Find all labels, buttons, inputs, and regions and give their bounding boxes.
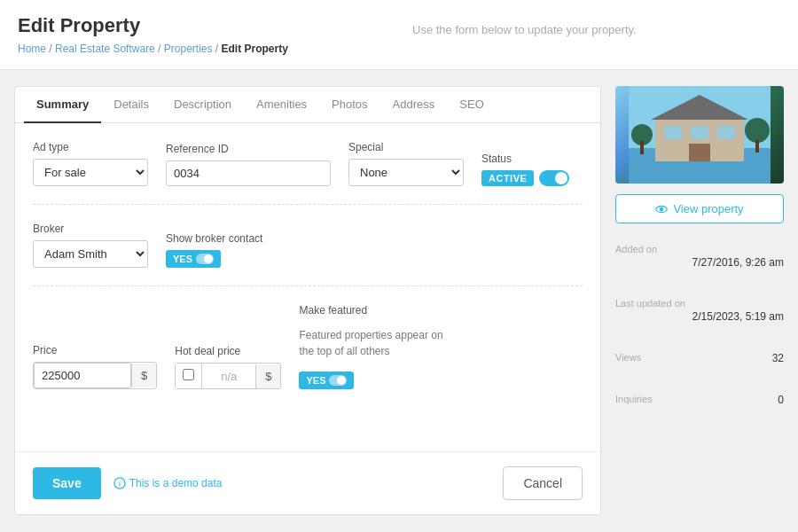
hot-deal-checkbox[interactable] <box>183 369 194 380</box>
form-row-1: Ad type For sale For rent Wanted Referen… <box>33 141 583 205</box>
make-featured-yes-btn[interactable]: YES <box>299 372 354 389</box>
tab-amenities[interactable]: Amenities <box>244 87 319 123</box>
views-value: 32 <box>772 352 784 364</box>
tab-description[interactable]: Description <box>161 87 244 123</box>
cancel-button[interactable]: Cancel <box>503 466 583 500</box>
form-row-2: Broker Adam Smith Jane Doe John Brown Sh… <box>33 223 583 286</box>
special-group: Special None Hot deal Featured <box>348 141 464 186</box>
property-image <box>615 86 784 184</box>
price-label: Price <box>33 344 157 356</box>
last-updated-value: 2/15/2023, 5:19 am <box>615 310 784 323</box>
save-button[interactable]: Save <box>33 467 101 499</box>
ad-type-group: Ad type For sale For rent Wanted <box>33 141 148 186</box>
page-title: Edit Property <box>18 14 386 37</box>
show-broker-contact-label: Show broker contact <box>166 232 262 245</box>
views-label: Views <box>615 352 641 363</box>
hot-deal-currency: $ <box>255 364 280 388</box>
last-updated-label: Last updated on <box>615 298 784 309</box>
view-property-button[interactable]: View property <box>615 194 784 223</box>
breadcrumb-current: Edit Property <box>222 43 288 55</box>
status-label: Status <box>481 153 569 165</box>
form-body: Ad type For sale For rent Wanted Referen… <box>15 123 600 442</box>
svg-rect-7 <box>691 126 708 139</box>
view-property-label: View property <box>673 202 743 215</box>
reference-id-input[interactable] <box>166 160 331 186</box>
make-featured-group: Make featured Featured properties appear… <box>299 304 450 389</box>
show-broker-contact-group: Show broker contact YES <box>166 232 262 268</box>
make-featured-label: Make featured <box>299 304 450 317</box>
status-switch[interactable] <box>539 170 569 186</box>
svg-rect-12 <box>640 141 644 154</box>
svg-text:i: i <box>119 480 121 489</box>
ad-type-label: Ad type <box>33 141 148 153</box>
make-featured-desc: Featured properties appear on the top of… <box>299 327 450 359</box>
make-featured-toggle: YES <box>299 372 450 389</box>
reference-id-group: Reference ID <box>166 143 331 186</box>
last-updated-block: Last updated on 2/15/2023, 5:19 am <box>615 288 784 323</box>
header-left: Edit Property Home / Real Estate Softwar… <box>18 14 386 55</box>
form-footer: Save i This is a demo data Cancel <box>15 451 600 514</box>
added-on-value: 7/27/2016, 9:26 am <box>615 256 784 269</box>
status-toggle: ACTIVE <box>481 170 569 186</box>
svg-rect-9 <box>689 144 710 161</box>
price-input-wrap: $ <box>33 362 157 389</box>
demo-note: i This is a demo data <box>113 477 223 489</box>
form-row-3: Price $ Hot deal price n/a $ <box>33 304 583 407</box>
tab-summary[interactable]: Summary <box>24 87 101 123</box>
ad-type-select[interactable]: For sale For rent Wanted <box>33 159 148 186</box>
svg-point-11 <box>745 118 770 143</box>
price-group: Price $ <box>33 344 157 389</box>
special-select[interactable]: None Hot deal Featured <box>348 159 464 186</box>
hot-deal-na: n/a <box>202 364 255 388</box>
header-description: Use the form below to update your proper… <box>386 14 780 36</box>
special-label: Special <box>348 141 464 153</box>
main-content: Summary Details Description Amenities Ph… <box>0 70 798 531</box>
tab-seo[interactable]: SEO <box>447 87 496 123</box>
property-image-inner <box>615 86 784 184</box>
breadcrumb-software[interactable]: Real Estate Software <box>55 43 155 55</box>
breadcrumb-home[interactable]: Home <box>18 43 46 55</box>
hot-deal-group: Hot deal price n/a $ <box>175 345 281 389</box>
svg-rect-13 <box>755 139 759 153</box>
broker-group: Broker Adam Smith Jane Doe John Brown <box>33 223 148 268</box>
breadcrumb: Home / Real Estate Software / Properties… <box>18 43 386 55</box>
tab-address[interactable]: Address <box>380 87 448 123</box>
hot-deal-label: Hot deal price <box>175 345 281 357</box>
tab-photos[interactable]: Photos <box>319 87 379 123</box>
svg-rect-8 <box>717 126 735 139</box>
tabs-bar: Summary Details Description Amenities Ph… <box>15 87 600 123</box>
form-panel: Summary Details Description Amenities Ph… <box>14 86 601 515</box>
price-currency: $ <box>131 364 156 387</box>
show-broker-contact-toggle: YES <box>166 250 262 268</box>
svg-rect-6 <box>664 126 682 139</box>
broker-select[interactable]: Adam Smith Jane Doe John Brown <box>33 240 148 268</box>
price-input[interactable] <box>34 363 131 388</box>
inquiries-label: Inquiries <box>615 394 653 404</box>
added-on-label: Added on <box>615 244 784 254</box>
show-broker-yes-btn[interactable]: YES <box>166 250 221 268</box>
make-featured-yes-label: YES <box>306 375 325 386</box>
header: Edit Property Home / Real Estate Softwar… <box>0 0 798 70</box>
status-badge: ACTIVE <box>481 170 534 186</box>
svg-point-15 <box>660 207 663 210</box>
reference-id-label: Reference ID <box>166 143 331 155</box>
show-broker-mini-toggle <box>196 254 214 264</box>
added-on-block: Added on 7/27/2016, 9:26 am <box>615 234 784 269</box>
property-thumbnail-svg <box>629 86 771 184</box>
breadcrumb-properties[interactable]: Properties <box>164 43 213 55</box>
views-block: Views 32 <box>615 342 784 364</box>
right-panel: View property Added on 7/27/2016, 9:26 a… <box>615 86 784 515</box>
broker-label: Broker <box>33 223 148 235</box>
show-broker-yes-label: YES <box>173 254 192 264</box>
inquiries-value: 0 <box>778 394 784 406</box>
inquiries-block: Inquiries 0 <box>615 384 784 406</box>
make-featured-mini-toggle <box>329 375 347 386</box>
eye-icon <box>655 203 668 215</box>
hot-deal-wrap: n/a $ <box>175 363 281 389</box>
hot-deal-checkbox-cell <box>176 364 202 388</box>
info-icon: i <box>113 477 126 489</box>
status-group: Status ACTIVE <box>481 153 569 186</box>
tab-details[interactable]: Details <box>101 87 161 123</box>
